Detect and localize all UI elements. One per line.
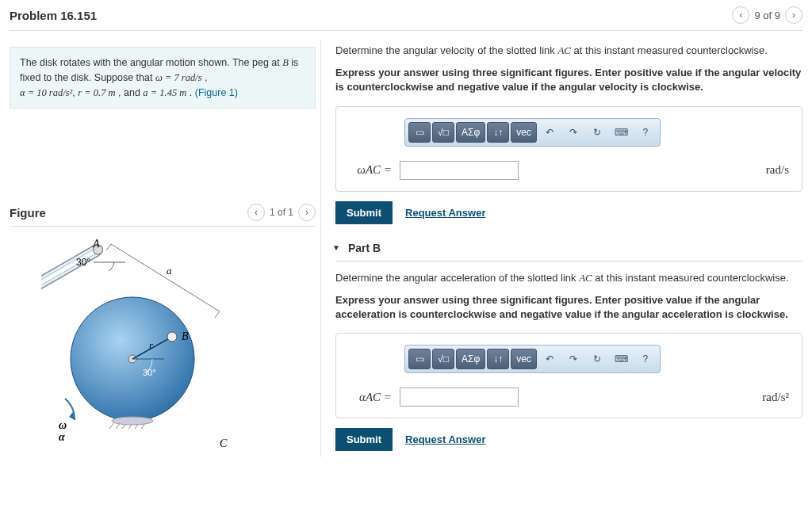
part-b-header[interactable]: ▼ Part B [332, 242, 802, 254]
vector-button[interactable]: vec [511, 122, 537, 143]
part-a-request-answer-link[interactable]: Request Answer [405, 207, 485, 219]
redo-button[interactable]: ↷ [562, 349, 584, 369]
subscript-button[interactable]: ↓↑ [487, 349, 509, 369]
svg-line-2 [109, 422, 114, 429]
part-b-request-answer-link[interactable]: Request Answer [405, 433, 485, 445]
vector-button[interactable]: vec [511, 349, 537, 369]
prev-figure-button[interactable]: ‹ [247, 204, 265, 221]
part-a-prompt-1: Determine the angular velocity of the sl… [335, 44, 802, 58]
svg-text:B: B [182, 330, 189, 342]
next-problem-button[interactable]: › [785, 6, 802, 24]
part-a-variable: ωAC = [349, 163, 392, 177]
reset-button[interactable]: ↻ [586, 122, 608, 143]
part-a-unit: rad/s [766, 163, 789, 177]
help-button[interactable]: ? [634, 349, 657, 369]
keyboard-button[interactable]: ⌨ [610, 122, 633, 143]
svg-text:ω: ω [59, 419, 67, 431]
next-figure-button[interactable]: › [298, 204, 316, 221]
root-button[interactable]: √□ [432, 122, 454, 143]
figure-diagram: r B A C a 30° [41, 236, 316, 452]
page-counter: 9 of 9 [754, 10, 780, 21]
svg-line-21 [215, 311, 220, 318]
redo-button[interactable]: ↷ [562, 122, 584, 143]
svg-text:a: a [167, 265, 172, 277]
equation-toolbar-b: ▭ √□ ΑΣφ ↓↑ vec ↶ ↷ ↻ ⌨ ? [404, 345, 661, 373]
greek-button[interactable]: ΑΣφ [456, 349, 485, 369]
part-b-input[interactable] [400, 387, 519, 407]
svg-point-12 [167, 332, 177, 342]
svg-text:30°: 30° [143, 368, 156, 377]
part-b-prompt-2: Express your answer using three signific… [335, 293, 802, 322]
figure-heading: Figure [10, 206, 46, 220]
part-b-answer-panel: ▭ √□ ΑΣφ ↓↑ vec ↶ ↷ ↻ ⌨ ? αAC = rad/s² [335, 333, 802, 418]
root-button[interactable]: √□ [432, 349, 454, 369]
figure-counter: 1 of 1 [270, 207, 293, 218]
help-button[interactable]: ? [634, 122, 657, 143]
problem-title: Problem 16.151 [10, 9, 97, 22]
template-button[interactable]: ▭ [408, 122, 431, 143]
svg-text:C: C [220, 437, 228, 449]
svg-point-8 [112, 417, 153, 425]
undo-button[interactable]: ↶ [538, 122, 561, 143]
part-a-submit-button[interactable]: Submit [335, 201, 393, 224]
problem-statement: The disk rotates with the angular motion… [10, 47, 316, 109]
part-a-prompt-2: Express your answer using three signific… [335, 66, 802, 94]
part-a-input[interactable] [400, 161, 519, 180]
reset-button[interactable]: ↻ [586, 349, 608, 369]
svg-text:A: A [92, 238, 100, 250]
collapse-icon: ▼ [332, 243, 340, 252]
part-b-variable: αAC = [349, 391, 392, 404]
part-b-unit: rad/s² [762, 391, 789, 404]
svg-text:30°: 30° [76, 257, 90, 268]
part-b-prompt-1: Determine the angular acceleration of th… [335, 271, 802, 285]
subscript-button[interactable]: ↓↑ [487, 122, 509, 143]
part-a-answer-panel: ▭ √□ ΑΣφ ↓↑ vec ↶ ↷ ↻ ⌨ ? ωAC = rad/s [335, 106, 802, 192]
greek-button[interactable]: ΑΣφ [456, 122, 485, 143]
equation-toolbar-a: ▭ √□ ΑΣφ ↓↑ vec ↶ ↷ ↻ ⌨ ? [404, 118, 661, 147]
template-button[interactable]: ▭ [408, 349, 431, 369]
svg-text:α: α [59, 431, 65, 443]
part-b-label: Part B [348, 242, 381, 254]
svg-line-20 [106, 244, 111, 250]
keyboard-button[interactable]: ⌨ [610, 349, 633, 369]
undo-button[interactable]: ↶ [538, 349, 561, 369]
prev-problem-button[interactable]: ‹ [732, 6, 749, 24]
figure-link[interactable]: (Figure 1) [195, 87, 238, 98]
part-b-submit-button[interactable]: Submit [335, 428, 393, 451]
problem-pager: ‹ 9 of 9 › [732, 6, 802, 24]
